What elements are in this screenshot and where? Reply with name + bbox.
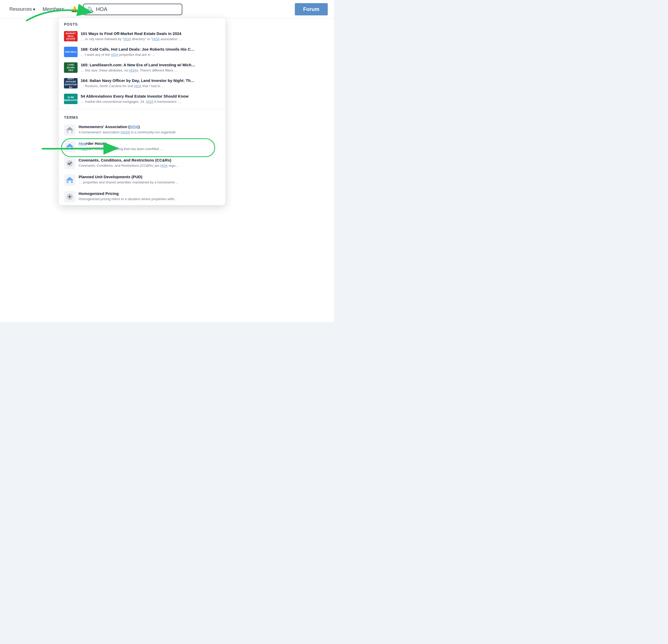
hoarder-term-icon: [64, 141, 75, 152]
post-item[interactable]: 54 REABBREVIATION 54 Abbreviations Every…: [59, 91, 225, 107]
svg-rect-9: [69, 180, 71, 183]
post-snippet: … Roxboro, North Carolina for one HOA th…: [81, 84, 220, 89]
post-item[interactable]: AND DEAL 168: Cold Calls, Hot Land Deals…: [59, 44, 225, 60]
post-snippet: … this size, these attributes, no HOAs. …: [81, 68, 220, 73]
search-dropdown: POSTS WAYSMARKETREAL ESTATEDEALS! 101 Wa…: [59, 18, 226, 205]
hoarder-term-title: Hoarder House: [79, 141, 220, 146]
post-item[interactable]: NAVYOFFICERINVESTOR BY 164: Italian Navy…: [59, 75, 225, 91]
pud-term-icon: [64, 174, 75, 186]
post-title: 168: Cold Calls, Hot Land Deals: Joe Rob…: [81, 47, 220, 52]
post-thumbnail: 54 REABBREVIATION: [64, 94, 78, 104]
resources-label: Resources: [10, 6, 32, 12]
post-thumbnail: LANDSEARCCEO: [64, 62, 78, 73]
term-text: Homeowners' Association (HOA) A homeowne…: [79, 124, 220, 135]
svg-marker-1: [66, 127, 73, 130]
post-title: 101 Ways to Find Off-Market Real Estate …: [81, 31, 220, 36]
post-thumbnail: WAYSMARKETREAL ESTATEDEALS!: [64, 31, 78, 42]
forum-button[interactable]: Forum: [295, 3, 328, 15]
svg-rect-5: [69, 147, 71, 150]
terms-section-header: TERMS: [59, 111, 225, 122]
post-title: 165: LandSearch.com: A New Era of Land I…: [81, 62, 220, 67]
term-item-ccrs[interactable]: Covenants, Conditions, and Restrictions …: [59, 155, 225, 172]
notification-bell-icon[interactable]: 🔔: [71, 6, 78, 13]
hoa-term-snippet: A homeowners' association (HOA) is a com…: [79, 130, 220, 135]
posts-section-header: POSTS: [59, 18, 225, 29]
term-text: Homogenized Pricing Homogenized pricing …: [79, 191, 220, 202]
post-item[interactable]: WAYSMARKETREAL ESTATEDEALS! 101 Ways to …: [59, 29, 225, 44]
hoa-term-title: Homeowners' Association (HOA): [79, 124, 220, 129]
ccrs-term-title: Covenants, Conditions, and Restrictions …: [79, 158, 220, 163]
term-item-hoarder[interactable]: Hoarder House A hoarder house is a dwell…: [59, 138, 225, 155]
post-text: 54 Abbreviations Every Real Estate Inves…: [81, 94, 220, 104]
resources-nav-item[interactable]: Resources ▾: [6, 5, 39, 14]
ccrs-term-icon: [64, 158, 75, 169]
post-text: 165: LandSearch.com: A New Era of Land I…: [81, 62, 220, 73]
svg-rect-2: [69, 130, 71, 133]
post-title: 164: Italian Navy Officer by Day, Land I…: [81, 78, 220, 83]
post-item[interactable]: LANDSEARCCEO 165: LandSearch.com: A New …: [59, 60, 225, 75]
term-text: Hoarder House A hoarder house is a dwell…: [79, 141, 220, 151]
svg-marker-4: [66, 143, 73, 147]
hoarder-term-snippet: A hoarder house is a dwelling that has b…: [79, 147, 220, 151]
navbar: Resources ▾ Members 🔔 🔍 Forum: [0, 0, 334, 19]
post-text: 164: Italian Navy Officer by Day, Land I…: [81, 78, 220, 89]
post-snippet: … or city name followed by "HOA director…: [81, 37, 220, 42]
hoa-term-icon: [64, 124, 75, 136]
homogenized-term-title: Homogenized Pricing: [79, 191, 220, 196]
members-label: Members: [43, 6, 64, 12]
members-nav-item[interactable]: Members: [39, 5, 69, 14]
term-text: Covenants, Conditions, and Restrictions …: [79, 158, 220, 168]
post-text: 168: Cold Calls, Hot Land Deals: Joe Rob…: [81, 47, 220, 57]
post-snippet: … t want any of the HOA properties that …: [81, 52, 220, 57]
chevron-down-icon: ▾: [33, 6, 35, 12]
search-box[interactable]: 🔍: [83, 4, 182, 15]
pud-term-snippet: … properties and shared amenities mainta…: [79, 180, 220, 185]
homogenized-term-icon: [64, 191, 75, 203]
post-snippet: … market like conventional mortgages. 24…: [81, 99, 220, 104]
search-input[interactable]: [96, 6, 178, 12]
post-text: 101 Ways to Find Off-Market Real Estate …: [81, 31, 220, 42]
post-thumbnail: NAVYOFFICERINVESTOR BY: [64, 78, 78, 89]
term-item-pud[interactable]: Planned Unit Developments (PUD) … proper…: [59, 172, 225, 188]
post-title: 54 Abbreviations Every Real Estate Inves…: [81, 94, 220, 99]
term-item-hoa[interactable]: Homeowners' Association (HOA) A homeowne…: [59, 122, 225, 138]
svg-marker-8: [66, 177, 73, 180]
term-text: Planned Unit Developments (PUD) … proper…: [79, 174, 220, 185]
pud-term-title: Planned Unit Developments (PUD): [79, 174, 220, 179]
term-item-homogenized[interactable]: Homogenized Pricing Homogenized pricing …: [59, 188, 225, 205]
post-thumbnail: AND DEAL: [64, 47, 78, 57]
homogenized-term-snippet: Homogenized pricing refers to a situatio…: [79, 197, 220, 202]
ccrs-term-snippet: Covenants, Conditions, and Restrictions …: [79, 163, 220, 168]
search-icon: 🔍: [87, 6, 94, 13]
